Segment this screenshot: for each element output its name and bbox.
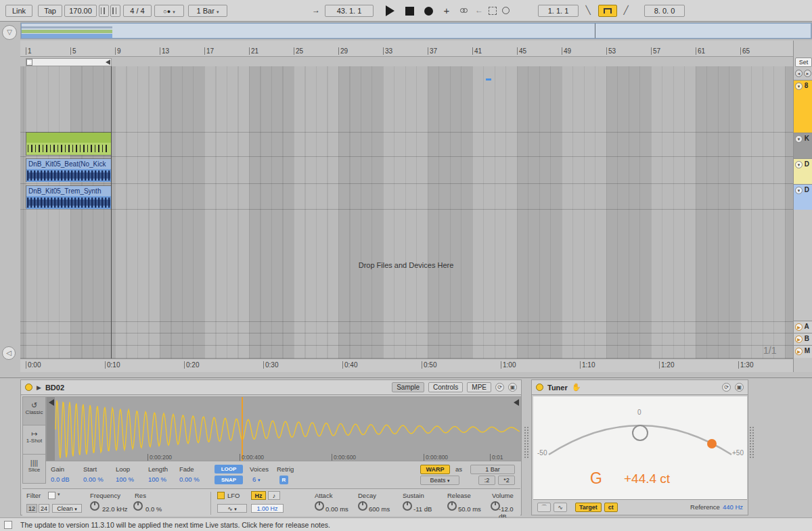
attack-value[interactable]: 0.00 ms xyxy=(325,505,348,513)
warp-half-button[interactable]: :2 xyxy=(478,476,495,485)
punch-out-button[interactable]: ╱ xyxy=(621,5,631,17)
automation-arm-button[interactable] xyxy=(457,5,470,17)
snap-button[interactable]: SNAP xyxy=(215,476,243,484)
capture-button[interactable] xyxy=(502,7,510,14)
stop-button[interactable] xyxy=(405,7,414,16)
nudge-down-button[interactable] xyxy=(99,5,109,17)
track-tab[interactable]: ▼ D xyxy=(794,158,812,184)
clip-title[interactable]: DnB_Kit05_Trem_Synth xyxy=(26,186,111,196)
loop-value[interactable]: 100 % xyxy=(116,476,134,483)
tab-controls[interactable]: Controls xyxy=(428,382,463,392)
return-track-tab[interactable]: ▶ A xyxy=(794,321,812,333)
warp-mode-menu[interactable]: Beats ▾ xyxy=(420,476,459,485)
return-track-tab[interactable]: ▶ B xyxy=(794,333,812,345)
gain-value[interactable]: 0.0 dB xyxy=(51,476,69,483)
tab-mpe[interactable]: MPE xyxy=(467,382,491,392)
loop-brace[interactable] xyxy=(26,58,112,66)
draw-mode-button[interactable] xyxy=(489,7,497,15)
reference-value[interactable]: 440 Hz xyxy=(723,503,743,511)
filter-slope-24[interactable]: 24 xyxy=(39,504,49,513)
decay-knob[interactable] xyxy=(358,501,367,511)
scroll-left-icon[interactable]: ◄ xyxy=(795,70,803,77)
audio-clip[interactable]: DnB_Kit05_Beat(No_Kick xyxy=(26,158,112,182)
tap-tempo-button[interactable]: Tap xyxy=(38,5,62,17)
device-title-bar[interactable]: ▶ BD02 Sample Controls MPE ⟳ ▣ xyxy=(21,380,521,395)
nudge-up-button[interactable] xyxy=(110,5,120,17)
sample-waveform-display[interactable]: 0:00:200 0:00:400 0:00:600 0:00:800 0:01 xyxy=(46,396,522,461)
arrangement-grid[interactable] xyxy=(20,66,793,359)
resonance-value[interactable]: 0.0 % xyxy=(145,505,162,513)
punch-in-button[interactable]: ╲ xyxy=(583,5,593,17)
device-drag-handle[interactable] xyxy=(750,427,754,458)
loop-start-display[interactable]: 1. 1. 1 xyxy=(538,5,579,17)
record-button[interactable] xyxy=(424,7,433,16)
length-value[interactable]: 100 % xyxy=(148,476,166,483)
decay-value[interactable]: 600 ms xyxy=(369,505,390,513)
clip-title[interactable]: DnB_Kit05_Beat(No_Kick xyxy=(26,159,111,169)
release-knob[interactable] xyxy=(447,501,457,511)
time-ruler[interactable] xyxy=(20,359,793,372)
warp-double-button[interactable]: *2 xyxy=(498,476,515,485)
unfold-track-icon[interactable]: ▶ xyxy=(795,336,803,343)
retrig-toggle[interactable]: R xyxy=(279,476,288,484)
fold-track-icon[interactable]: ▼ xyxy=(795,135,803,143)
fold-track-icon[interactable]: ▼ xyxy=(795,161,803,168)
mode-classic[interactable]: ↺Classic xyxy=(22,396,46,425)
target-button[interactable]: Target xyxy=(575,503,602,512)
frequency-knob[interactable] xyxy=(90,501,99,511)
scroll-right-icon[interactable]: ► xyxy=(804,70,811,77)
hotswap-icon[interactable]: ⟳ xyxy=(495,383,504,392)
show-hide-detail-icon[interactable]: ◁ xyxy=(2,346,16,360)
time-signature-field[interactable]: 4 / 4 xyxy=(123,5,152,17)
lfo-toggle[interactable] xyxy=(217,492,225,499)
arc-view-icon[interactable]: ⌒ xyxy=(537,503,551,512)
track-tab[interactable]: ▼ 8 xyxy=(794,80,812,133)
filter-slope-12[interactable]: 12 xyxy=(26,504,37,513)
start-value[interactable]: 0.00 % xyxy=(83,476,104,483)
track-tab[interactable]: ▼ K xyxy=(794,133,812,158)
filter-type-menu[interactable]: Clean ▾ xyxy=(52,504,82,513)
status-message[interactable]: The update to version 11.3.10 will be ap… xyxy=(20,521,330,529)
lfo-hz-button[interactable]: Hz xyxy=(251,491,266,500)
ct-button[interactable]: ct xyxy=(604,503,618,512)
sustain-knob[interactable] xyxy=(403,501,412,511)
fade-value[interactable]: 0.00 % xyxy=(179,476,200,483)
lfo-shape-menu[interactable]: ∿ ▾ xyxy=(217,504,247,513)
mode-one-shot[interactable]: ↦1-Shot xyxy=(22,425,46,455)
device-title-bar[interactable]: Tuner ✋ ⟳ ▣ xyxy=(532,380,748,395)
arrangement-position-display[interactable]: 43. 1. 1 xyxy=(325,5,374,17)
lfo-sync-button[interactable]: ♪ xyxy=(268,491,280,500)
midi-clip[interactable] xyxy=(26,132,112,156)
overview-viewport[interactable] xyxy=(21,23,811,39)
save-preset-icon[interactable]: ▣ xyxy=(735,383,744,392)
collapse-overview-icon[interactable]: ▽ xyxy=(2,25,17,40)
follow-button[interactable]: → xyxy=(311,5,321,17)
beat-time-ruler[interactable]: 1 5 9 13 17 21 25 29 33 37 41 45 49 53 5… xyxy=(20,41,793,57)
quantization-menu[interactable]: 1 Bar ▾ xyxy=(188,5,227,17)
link-button[interactable]: Link xyxy=(5,5,32,17)
attack-knob[interactable] xyxy=(315,501,324,511)
metronome-button[interactable]: ○● ▾ xyxy=(154,5,184,17)
sustain-value[interactable]: -11 dB xyxy=(413,505,432,513)
device-drag-handle[interactable] xyxy=(524,427,528,458)
resonance-knob[interactable] xyxy=(133,501,143,511)
filter-toggle[interactable] xyxy=(48,492,55,499)
warp-length-field[interactable]: 1 Bar xyxy=(470,465,515,474)
fold-track-icon[interactable]: ▼ xyxy=(795,187,803,194)
dropdown-arrow-icon[interactable]: ▾ xyxy=(58,492,60,497)
unfold-track-icon[interactable]: ▶ xyxy=(795,323,803,331)
back-to-arrangement-button[interactable]: ← xyxy=(474,5,484,17)
arrangement-overview[interactable] xyxy=(20,22,812,39)
history-view-icon[interactable]: ∿ xyxy=(554,503,567,512)
master-track-tab[interactable]: ▶ M xyxy=(794,345,812,358)
frequency-value[interactable]: 22.0 kHz xyxy=(102,505,128,513)
unfold-track-icon[interactable]: ▶ xyxy=(795,348,803,355)
loop-length-display[interactable]: 8. 0. 0 xyxy=(644,5,685,17)
track-tab[interactable]: ▼ D xyxy=(794,184,812,210)
loop-switch[interactable] xyxy=(598,5,617,17)
hotswap-icon[interactable]: ⟳ xyxy=(722,383,731,392)
warp-button[interactable]: WARP xyxy=(420,465,450,474)
fold-track-icon[interactable]: ▼ xyxy=(795,83,803,90)
device-on-led[interactable] xyxy=(536,384,543,391)
device-on-led[interactable] xyxy=(25,384,32,391)
